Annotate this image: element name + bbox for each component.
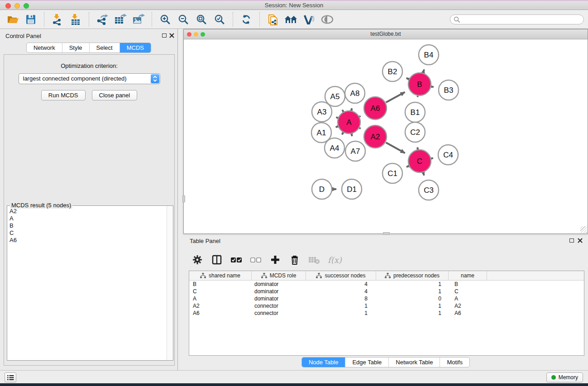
open-session-button[interactable] bbox=[5, 12, 21, 27]
graph-edge-A-A4[interactable] bbox=[342, 133, 343, 135]
zoom-selected-button[interactable] bbox=[211, 12, 228, 27]
table-options-button[interactable] bbox=[191, 254, 203, 266]
network-close-button[interactable] bbox=[187, 32, 191, 37]
show-hide-graphics-button[interactable] bbox=[319, 12, 335, 27]
delete-rows-button[interactable] bbox=[289, 254, 301, 266]
graph-edge-A-A6[interactable] bbox=[360, 116, 361, 116]
mcds-result-item[interactable]: A2 bbox=[8, 208, 166, 215]
clone-network-button[interactable] bbox=[265, 12, 281, 27]
horizontal-scrollbar-thumb[interactable] bbox=[383, 232, 390, 235]
graph-edge-C-C1[interactable] bbox=[406, 166, 408, 167]
save-session-button[interactable] bbox=[23, 12, 39, 27]
zoom-out-button[interactable] bbox=[175, 12, 191, 27]
graph-node-B3[interactable]: B3 bbox=[439, 80, 459, 100]
table-row[interactable]: Cdominator41C bbox=[189, 288, 584, 295]
export-network-button[interactable] bbox=[94, 12, 110, 27]
graph-node-A3[interactable]: A3 bbox=[312, 102, 332, 122]
float-panel-icon[interactable] bbox=[162, 33, 167, 38]
refresh-button[interactable] bbox=[238, 12, 254, 27]
tab-mcds[interactable]: MCDS bbox=[120, 43, 151, 52]
graph-node-A2[interactable]: A2 bbox=[364, 125, 387, 148]
mcds-result-item[interactable]: A6 bbox=[8, 237, 166, 244]
select-all-button[interactable] bbox=[230, 254, 242, 266]
table-row[interactable]: A6connector11A6 bbox=[189, 310, 584, 317]
close-panel-icon[interactable] bbox=[169, 33, 174, 38]
column-header-predecessor-nodes[interactable]: predecessor nodes bbox=[376, 271, 449, 280]
graph-node-B4[interactable]: B4 bbox=[419, 45, 439, 65]
graph-edge-A-A3[interactable] bbox=[336, 117, 338, 118]
graph-node-C2[interactable]: C2 bbox=[405, 122, 425, 142]
table-row[interactable]: Bdominator41B bbox=[189, 281, 584, 288]
column-header-successor-nodes[interactable]: successor nodes bbox=[306, 271, 376, 280]
graph-edge-A-A1[interactable] bbox=[336, 127, 338, 127]
graph-edge-A6-B[interactable] bbox=[386, 92, 405, 103]
graph-node-A4[interactable]: A4 bbox=[325, 138, 344, 158]
task-history-button[interactable] bbox=[5, 372, 16, 382]
graph-edge-A-A5[interactable] bbox=[342, 110, 343, 111]
table-row[interactable]: A2connector11A2 bbox=[189, 302, 584, 310]
table-row[interactable]: Adominator80A bbox=[189, 295, 584, 302]
network-canvas[interactable]: B4B2BB3A8A5A6A3B1AA1C2A2A4A7C4CC1DD1C3 bbox=[184, 40, 588, 234]
column-header-shared-name[interactable]: shared name bbox=[189, 271, 252, 280]
graph-node-A7[interactable]: A7 bbox=[345, 141, 365, 161]
graph-node-C1[interactable]: C1 bbox=[382, 163, 402, 183]
graph-node-A[interactable]: A bbox=[338, 111, 360, 133]
function-builder-button[interactable]: f(x) bbox=[328, 255, 342, 265]
table-tab-node-table[interactable]: Node Table bbox=[302, 357, 346, 367]
export-image-button[interactable] bbox=[130, 12, 147, 27]
result-scrollbar[interactable] bbox=[167, 206, 173, 360]
vertical-scrollbar-thumb[interactable] bbox=[182, 195, 185, 202]
import-table-button[interactable] bbox=[67, 12, 84, 27]
memory-button[interactable]: Memory bbox=[546, 372, 583, 382]
graph-edge-A-A2[interactable] bbox=[360, 128, 361, 129]
add-row-button[interactable] bbox=[269, 254, 281, 266]
graph-node-A8[interactable]: A8 bbox=[345, 83, 365, 103]
close-panel-button[interactable]: Close panel bbox=[92, 90, 138, 100]
graph-node-C[interactable]: C bbox=[408, 150, 431, 172]
minimize-window-button[interactable] bbox=[14, 3, 20, 9]
graph-node-D[interactable]: D bbox=[312, 179, 332, 199]
network-maximize-button[interactable] bbox=[201, 32, 205, 37]
network-window-titlebar[interactable]: testGlobe.txt bbox=[184, 29, 588, 39]
graph-edge-C-C4[interactable] bbox=[431, 158, 433, 158]
criterion-select[interactable]: largest connected component (directed) bbox=[19, 73, 160, 84]
column-header-MCDS-role[interactable]: MCDS role bbox=[252, 271, 306, 280]
tab-select[interactable]: Select bbox=[90, 43, 120, 52]
graph-edge-B-B2[interactable] bbox=[406, 78, 409, 79]
toggle-style-button[interactable] bbox=[301, 12, 317, 27]
graph-node-C4[interactable]: C4 bbox=[438, 145, 458, 165]
mcds-result-item[interactable]: C bbox=[8, 229, 166, 237]
maximize-window-button[interactable] bbox=[24, 3, 29, 9]
mcds-result-item[interactable]: A bbox=[8, 215, 166, 222]
graph-edge-C-C3[interactable] bbox=[423, 173, 424, 176]
zoom-fit-button[interactable] bbox=[193, 12, 210, 27]
graph-node-B2[interactable]: B2 bbox=[382, 62, 402, 81]
zoom-in-button[interactable] bbox=[157, 12, 173, 27]
show-columns-button[interactable] bbox=[211, 254, 223, 266]
graph-edge-B-B4[interactable] bbox=[423, 69, 424, 72]
table-close-panel-icon[interactable] bbox=[578, 238, 583, 243]
close-window-button[interactable] bbox=[5, 3, 11, 9]
search-input[interactable] bbox=[462, 15, 583, 24]
graph-edge-C-C2[interactable] bbox=[417, 148, 418, 149]
window-resize-grip[interactable] bbox=[580, 226, 587, 233]
graph-node-D1[interactable]: D1 bbox=[342, 179, 362, 199]
destroy-table-button[interactable] bbox=[308, 254, 320, 266]
graph-node-B1[interactable]: B1 bbox=[405, 102, 425, 122]
table-tab-network-table[interactable]: Network Table bbox=[389, 357, 440, 367]
search-field[interactable] bbox=[450, 14, 584, 24]
mcds-result-item[interactable]: B bbox=[8, 222, 166, 229]
graph-node-A6[interactable]: A6 bbox=[364, 97, 387, 119]
tab-style[interactable]: Style bbox=[62, 43, 90, 52]
graph-node-C3[interactable]: C3 bbox=[419, 180, 439, 200]
column-header-name[interactable]: name bbox=[449, 271, 487, 280]
run-mcds-button[interactable]: Run MCDS bbox=[41, 90, 86, 100]
network-minimize-button[interactable] bbox=[194, 32, 198, 37]
graph-edge-B-B3[interactable] bbox=[431, 86, 433, 87]
graph-node-B[interactable]: B bbox=[408, 73, 431, 95]
graph-edge-A2-C[interactable] bbox=[386, 143, 405, 153]
import-network-button[interactable] bbox=[49, 12, 66, 27]
table-float-panel-icon[interactable] bbox=[569, 238, 574, 243]
table-tab-motifs[interactable]: Motifs bbox=[440, 357, 469, 367]
deselect-all-button[interactable] bbox=[250, 254, 262, 266]
